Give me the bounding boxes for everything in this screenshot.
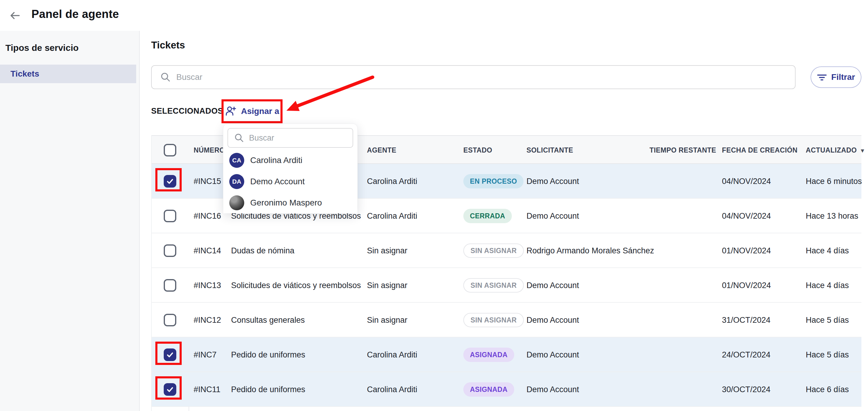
cell-actualizado: Hace 13 horas [806, 199, 859, 233]
row-checkbox[interactable] [164, 210, 176, 222]
user-name: Demo Account [250, 177, 305, 186]
status-badge: ASIGNADA [463, 348, 514, 362]
cell-asunto: Dudas de nómina [231, 233, 294, 268]
row-checkbox[interactable] [164, 314, 176, 326]
assign-dropdown: CACarolina ArditiDADemo AccountGeronimo … [223, 124, 358, 213]
tickets-search-bar [151, 65, 796, 89]
cell-solicitante: Demo Account [526, 338, 579, 372]
sidebar-item-tickets[interactable]: Tickets [0, 65, 136, 83]
column-header-tiempo-restante[interactable]: TIEMPO RESTANTE [650, 136, 716, 164]
cell-fecha_creacion: 30/OCT/2024 [722, 372, 770, 407]
annotation-box-assign: Asignar a [221, 99, 283, 123]
sort-desc-icon: ▾ [861, 147, 864, 154]
cell-numero: #INC11 [194, 372, 221, 407]
cell-asunto: Solicitudes de viáticos y reembolsos [231, 268, 361, 303]
table-row-inc14[interactable]: #INC14Dudas de nóminaSin asignarSIN ASIG… [152, 233, 861, 268]
cell-solicitante: Demo Account [526, 268, 579, 303]
cell-agente: Carolina Arditi [367, 199, 417, 233]
user-name: Carolina Arditi [250, 156, 302, 165]
cell-actualizado: Hace 6 minutos [806, 164, 862, 199]
filter-icon [817, 73, 827, 82]
status-badge: SIN ASIGNAR [463, 313, 524, 327]
assign-to-button[interactable]: Asignar a [224, 101, 280, 121]
assign-to-label: Asignar a [241, 106, 279, 116]
cell-solicitante: Demo Account [526, 303, 579, 338]
annotation-box-checkbox [155, 168, 182, 191]
cell-actualizado: Hace 4 días [806, 233, 849, 268]
top-bar: Panel de agente [0, 0, 868, 31]
cell-agente: Carolina Arditi [367, 372, 417, 407]
user-name: Geronimo Maspero [250, 198, 322, 208]
cell-actualizado: Hace 5 días [806, 303, 849, 338]
cell-fecha_creacion: 01/NOV/2024 [722, 233, 771, 268]
selected-count-label: SELECCIONADOS: 3 [151, 106, 233, 116]
cell-solicitante: Demo Account [526, 372, 579, 407]
agent-panel-app: Panel de agente Tipos de servicio Ticket… [0, 0, 868, 411]
cell-numero: #INC12 [194, 303, 221, 338]
cell-numero: #INC15 [194, 164, 221, 199]
cell-solicitante: Demo Account [526, 164, 579, 199]
cell-actualizado: Hace 5 días [806, 338, 849, 372]
table-row-inc11[interactable]: #INC11Pedido de uniformesCarolina Arditi… [152, 372, 861, 407]
cell-agente: Sin asignar [367, 268, 407, 303]
row-checkbox[interactable] [164, 244, 176, 257]
sidebar: Tipos de servicio Tickets [0, 31, 140, 411]
column-header-estado[interactable]: ESTADO [463, 136, 492, 164]
cell-agente: Sin asignar [367, 303, 407, 338]
cell-asunto: Pedido de uniformes [231, 338, 305, 372]
person-add-icon [225, 105, 237, 117]
search-input[interactable] [176, 72, 745, 82]
table-row-inc13[interactable]: #INC13Solicitudes de viáticos y reembols… [152, 268, 861, 303]
annotation-box-checkbox [155, 342, 182, 365]
dropdown-search-input[interactable] [249, 133, 345, 143]
cell-numero: #INC13 [194, 268, 221, 303]
select-all-checkbox[interactable] [164, 144, 176, 156]
back-arrow-icon[interactable] [8, 9, 22, 22]
assign-user-option-demo-account[interactable]: DADemo Account [223, 171, 358, 192]
cell-solicitante: Rodrigo Armando Morales Sánchez [526, 233, 654, 268]
filter-button[interactable]: Filtrar [810, 66, 861, 88]
dropdown-search-bar [227, 128, 353, 148]
search-icon [160, 72, 171, 83]
cell-fecha_creacion: 04/NOV/2024 [722, 164, 771, 199]
cell-asunto: Pedido de uniformes [231, 372, 305, 407]
sidebar-heading: Tipos de servicio [5, 43, 79, 53]
cell-numero: #INC16 [194, 199, 221, 233]
cell-agente: Carolina Arditi [367, 164, 417, 199]
status-badge: SIN ASIGNAR [463, 278, 524, 292]
table-row-inc12[interactable]: #INC12Consultas generalesSin asignarSIN … [152, 303, 861, 338]
sidebar-item-label: Tickets [10, 69, 39, 79]
cell-fecha_creacion: 04/NOV/2024 [722, 199, 771, 233]
cell-agente: Sin asignar [367, 233, 407, 268]
column-header-agente[interactable]: AGENTE [367, 136, 396, 164]
column-header-fecha-de-creaci-n[interactable]: FECHA DE CREACIÓN [722, 136, 798, 164]
annotation-box-checkbox [155, 376, 182, 400]
cell-numero: #INC7 [194, 338, 217, 372]
column-header-actualizado[interactable]: ACTUALIZADO▾ [806, 136, 864, 164]
cell-actualizado: Hace 4 días [806, 268, 849, 303]
cell-fecha_creacion: 24/OCT/2024 [722, 338, 770, 372]
user-initials-avatar: CA [229, 153, 244, 168]
status-badge: EN PROCESO [463, 174, 524, 188]
cell-fecha_creacion: 31/OCT/2024 [722, 303, 770, 338]
row-checkbox[interactable] [164, 279, 176, 292]
table-row-inc7[interactable]: #INC7Pedido de uniformesCarolina ArditiA… [152, 338, 861, 372]
cell-numero: #INC14 [194, 233, 221, 268]
column-header-solicitante[interactable]: SOLICITANTE [526, 136, 573, 164]
cell-actualizado: Hace 6 días [806, 372, 849, 407]
cell-asunto: Consultas generales [231, 303, 305, 338]
status-badge: SIN ASIGNAR [463, 244, 524, 258]
status-badge: ASIGNADA [463, 382, 514, 397]
cell-fecha_creacion: 01/NOV/2024 [722, 268, 771, 303]
assign-user-option-geronimo-maspero[interactable]: Geronimo Maspero [223, 192, 358, 213]
status-badge: CERRADA [463, 209, 512, 223]
column-header-n-mero[interactable]: NÚMERO [194, 136, 225, 164]
page-title: Panel de agente [31, 8, 119, 21]
search-icon [234, 133, 244, 143]
dropdown-user-list: CACarolina ArditiDADemo AccountGeronimo … [223, 150, 358, 213]
user-photo-avatar [229, 195, 244, 210]
filter-button-label: Filtrar [831, 72, 855, 82]
cell-agente: Carolina Arditi [367, 338, 417, 372]
assign-user-option-carolina-arditi[interactable]: CACarolina Arditi [223, 150, 358, 171]
section-title: Tickets [151, 39, 185, 51]
